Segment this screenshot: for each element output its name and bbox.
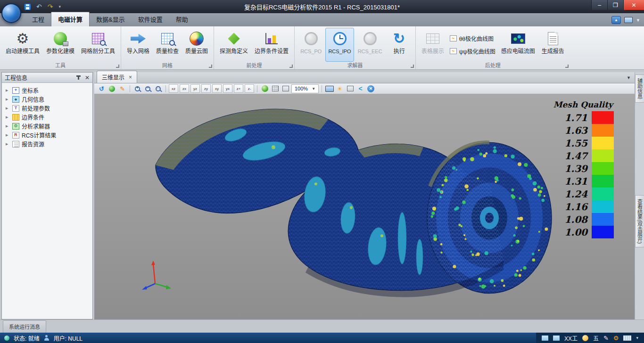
- view-preset-button[interactable]: xy: [212, 84, 222, 93]
- undo-icon[interactable]: ↶: [36, 3, 42, 10]
- report-page-icon: [545, 30, 561, 47]
- zoom-level-select[interactable]: 100% ▼: [291, 84, 319, 93]
- window-title: 复杂目标RCS电磁分析软件2015 R1 - RCS_2015031801*: [244, 0, 400, 13]
- qat-dropdown-icon[interactable]: ▾: [58, 4, 61, 9]
- zoom-in-icon[interactable]: +: [133, 84, 142, 93]
- chevron-down-icon[interactable]: ▼: [636, 18, 640, 23]
- quality-check-button[interactable]: 质量检查: [153, 28, 182, 62]
- close-button[interactable]: ✕: [623, 0, 644, 10]
- zoom-out-icon[interactable]: −: [143, 84, 152, 93]
- view-preset-button[interactable]: z-: [245, 84, 254, 93]
- tree-item-boundary-conditions[interactable]: ▶ 边界条件: [3, 113, 91, 122]
- dialog-launcher-icon[interactable]: [565, 65, 569, 68]
- gear-icon[interactable]: ⚙: [613, 335, 619, 342]
- window-icon[interactable]: [553, 335, 560, 341]
- view-preset-button[interactable]: xz: [169, 84, 178, 93]
- chevron-down-icon[interactable]: ▾: [636, 335, 638, 340]
- view-preset-button[interactable]: yx: [223, 84, 232, 93]
- view-results-vertical-tab[interactable]: 查看结果(双击展开): [635, 195, 644, 247]
- zoom-window-icon[interactable]: □: [154, 84, 163, 93]
- expander-icon[interactable]: ▶: [6, 89, 10, 92]
- rotate-view-icon[interactable]: ↺: [97, 84, 106, 93]
- table-display-button[interactable]: 表格展示: [419, 28, 447, 62]
- keyboard-icon[interactable]: [623, 335, 631, 341]
- psi-polar-curve-button[interactable]: ~ ψψ极化曲线图: [450, 47, 495, 55]
- pin-icon[interactable]: [78, 75, 79, 80]
- view-preset-button[interactable]: z+: [234, 84, 243, 93]
- fit-view-icon[interactable]: [107, 84, 116, 93]
- dialog-launcher-icon[interactable]: [116, 65, 119, 68]
- tree-item-rcs-results[interactable]: ▶ RCS计算结果: [3, 131, 91, 139]
- probe-angle-button[interactable]: 探测角定义: [217, 28, 251, 62]
- tab-data-display[interactable]: 数据&显示: [90, 12, 132, 26]
- share-icon[interactable]: <: [356, 84, 365, 93]
- quality-cloud-button[interactable]: 质量云图: [182, 28, 211, 62]
- tab-software-settings[interactable]: 软件设置: [132, 12, 169, 26]
- window-icon[interactable]: [542, 335, 548, 341]
- launch-modeler-button[interactable]: ⚙ 启动建模工具: [3, 28, 42, 62]
- parametric-modeling-button[interactable]: 参数化建模: [43, 28, 77, 62]
- tree-item-geometry-info[interactable]: ▶ 几何信息: [3, 95, 91, 104]
- expander-icon[interactable]: ▶: [6, 115, 10, 119]
- pen-icon[interactable]: ✎: [603, 335, 609, 342]
- sun-icon[interactable]: [582, 335, 588, 341]
- legend-title: Mesh Quality: [553, 100, 614, 109]
- induced-current-map-button[interactable]: 感应电磁流图: [498, 28, 538, 62]
- ime-mode-label[interactable]: 五: [593, 334, 599, 342]
- expander-icon[interactable]: ▶: [6, 124, 10, 128]
- close-icon[interactable]: ✕: [85, 75, 90, 81]
- grid-view-icon[interactable]: [281, 84, 290, 93]
- close-icon[interactable]: ×: [129, 74, 132, 80]
- disabled-circle-icon: [303, 30, 320, 47]
- view-preset-button[interactable]: zy: [201, 84, 211, 93]
- rcs-eec-button[interactable]: RCS_EEC: [355, 28, 385, 62]
- ribbon-group-tools: ⚙ 启动建模工具 参数化建模 网格剖分工具 工具: [0, 26, 121, 69]
- tree-item-preprocess-params[interactable]: ▶ 前处理参数: [3, 104, 91, 113]
- app-logo-orb[interactable]: [1, 3, 21, 23]
- ribbon-group-solver: RCS_PO RCS_IPO RCS_EEC ↻ 执行 求解器: [294, 26, 415, 69]
- dialog-launcher-icon[interactable]: [411, 65, 414, 68]
- light-icon[interactable]: ☀: [335, 84, 344, 93]
- panels-icon[interactable]: [346, 84, 355, 93]
- tab-help[interactable]: 帮助: [169, 12, 195, 26]
- theta-polar-curve-button[interactable]: ~ θθ极化曲线图: [450, 34, 495, 42]
- ribbon-collapse-icon[interactable]: ▲: [611, 16, 621, 24]
- expander-icon[interactable]: ▶: [6, 106, 10, 110]
- maximize-button[interactable]: ❐: [607, 0, 623, 10]
- generate-report-button[interactable]: 生成报告: [539, 28, 567, 62]
- execute-button[interactable]: ↻ 执行: [386, 28, 413, 62]
- dialog-launcher-icon[interactable]: [209, 65, 212, 68]
- expander-icon[interactable]: ▶: [6, 98, 10, 101]
- view-preset-button[interactable]: yz: [190, 84, 200, 93]
- view-preset-button[interactable]: zx: [180, 84, 189, 93]
- snapshot-icon[interactable]: [325, 84, 334, 93]
- import-mesh-button[interactable]: 导入网格: [124, 28, 152, 62]
- tab-project[interactable]: 工程: [25, 12, 51, 26]
- display-icon[interactable]: [624, 17, 633, 23]
- tab-3d-display[interactable]: 三维显示 ×: [97, 71, 137, 83]
- tree-item-report-resources[interactable]: ▶ 报告资源: [3, 139, 91, 148]
- tree-item-solver[interactable]: ▶ 分析求解器: [3, 122, 91, 131]
- edit-icon[interactable]: ✎: [118, 84, 127, 93]
- save-icon[interactable]: [25, 4, 31, 10]
- boundary-setting-button[interactable]: 边界条件设置: [252, 28, 291, 62]
- shaded-view-icon[interactable]: [260, 84, 269, 93]
- system-messages-tab[interactable]: 系统运行消息: [3, 320, 46, 333]
- rcs-po-button[interactable]: RCS_PO: [297, 28, 324, 62]
- dialog-launcher-icon[interactable]: [289, 65, 293, 68]
- minimize-button[interactable]: –: [591, 0, 607, 10]
- tab-em-compute[interactable]: 电磁计算: [51, 12, 90, 26]
- aux-info-vertical-tab[interactable]: 辅助信息: [635, 74, 644, 103]
- table-icon: [424, 30, 441, 47]
- viewport-3d[interactable]: Mesh Quality 1.71 1.63 1.55 1.47 1.39 1.…: [94, 94, 635, 319]
- rcs-ipo-button[interactable]: RCS_IPO: [325, 28, 354, 62]
- tree-item-coordinate-system[interactable]: ▶ 坐标系: [3, 86, 91, 95]
- expander-icon[interactable]: ▶: [6, 133, 10, 137]
- chevron-down-icon: ▼: [312, 87, 315, 91]
- mesh-tool-button[interactable]: 网格剖分工具: [78, 28, 118, 62]
- tab-list-dropdown-icon[interactable]: ▼: [627, 75, 631, 80]
- wireframe-view-icon[interactable]: [271, 84, 280, 93]
- expander-icon[interactable]: ▶: [6, 142, 10, 146]
- redo-icon[interactable]: ↷: [48, 3, 53, 10]
- close-view-icon[interactable]: ✕: [366, 84, 375, 93]
